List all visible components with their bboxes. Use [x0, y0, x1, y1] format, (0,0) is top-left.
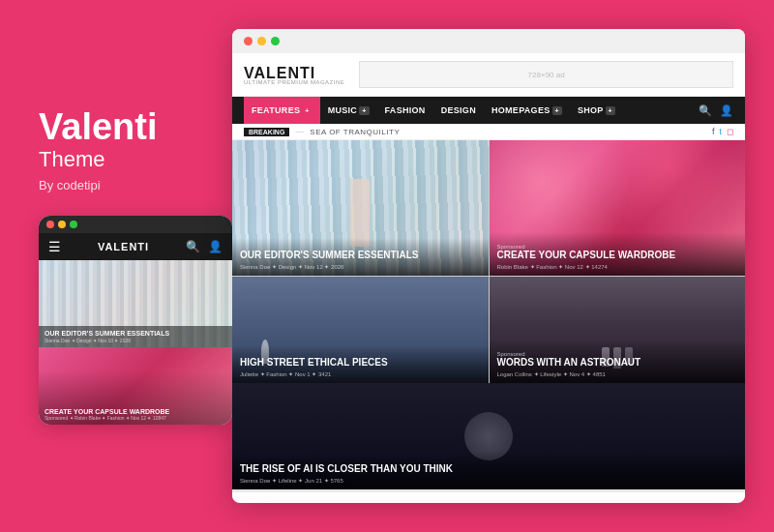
nav-item-features[interactable]: FEATURES+	[244, 97, 320, 124]
latest-music-section: LATEST MUSIC This is an optional categor…	[232, 489, 745, 500]
mobile-hero-meta: Sienna Doe ✦ Design ✦ Nov 10 ✦ 2026	[45, 338, 226, 343]
homepages-plus-badge: +	[552, 106, 562, 115]
grid-item-capsule-wardrobe[interactable]: Sponsored CREATE YOUR CAPSULE WARDROBE R…	[490, 140, 746, 276]
highstreet-caption: HIGH STREET ETHICAL PIECES Juliette ✦ Fa…	[232, 345, 489, 383]
browser-chrome	[232, 29, 745, 53]
nav-icons: 🔍 👤	[699, 104, 733, 117]
mobile-nav-icons: 🔍 👤	[186, 240, 223, 253]
highstreet-meta: Juliette ✦ Fashion ✦ Nov 1 ✦ 3421	[240, 370, 481, 377]
nav-item-design[interactable]: DESIGN	[433, 97, 484, 124]
site-header: VALENTI ULTIMATE PREMIUM MAGAZINE 728×90…	[232, 53, 745, 97]
main-content-grid: OUR EDITOR'S SUMMER ESSENTIALS Sienna Do…	[232, 140, 745, 383]
mobile-hero-image: OUR EDITOR'S SUMMER ESSENTIALS Sienna Do…	[39, 260, 232, 347]
ai-row[interactable]: THE RISE OF AI IS CLOSER THAN YOU THINK …	[232, 383, 745, 489]
theme-subtitle: Theme	[39, 147, 223, 172]
grid-item-editors-summer[interactable]: OUR EDITOR'S SUMMER ESSENTIALS Sienna Do…	[232, 140, 489, 276]
mobile-nav: ☰ VALENTI 🔍 👤	[39, 233, 232, 260]
highstreet-title: HIGH STREET ETHICAL PIECES	[240, 357, 481, 369]
editors-summer-meta: Sienna Doe ✦ Design ✦ Nov 12 ✦ 2026	[240, 263, 481, 270]
grid-item-astronaut[interactable]: Sponsored WORDS WITH AN ASTRONAUT Logan …	[490, 277, 746, 383]
astronaut-meta: Logan Collins ✦ Lifestyle ✦ Nov 4 ✦ 4851	[497, 370, 738, 377]
nav-item-music[interactable]: MUSIC+	[320, 97, 377, 124]
capsule-wardrobe-caption: Sponsored CREATE YOUR CAPSULE WARDROBE R…	[490, 232, 746, 276]
browser-dot-yellow[interactable]	[257, 37, 266, 45]
browser-window: VALENTI ULTIMATE PREMIUM MAGAZINE 728×90…	[232, 29, 745, 503]
ai-title: THE RISE OF AI IS CLOSER THAN YOU THINK	[240, 463, 737, 475]
features-plus-badge: +	[302, 106, 312, 115]
social-facebook-icon[interactable]: f	[712, 127, 715, 136]
social-instagram-icon[interactable]: ◻	[727, 127, 733, 136]
person-silhouette	[350, 179, 370, 247]
theme-author: By codetipi	[39, 178, 223, 192]
ai-caption: THE RISE OF AI IS CLOSER THAN YOU THINK …	[232, 452, 745, 489]
site-nav: FEATURES+ MUSIC+ FASHION DESIGN HOMEPAGE…	[232, 97, 745, 124]
ad-text: 728×90 ad	[528, 71, 565, 79]
browser-content: VALENTI ULTIMATE PREMIUM MAGAZINE 728×90…	[232, 53, 745, 500]
site-logo[interactable]: VALENTI	[244, 65, 315, 81]
mobile-img2-title: CREATE YOUR CAPSULE WARDROBE	[45, 408, 226, 415]
breaking-bar: BREAKING — SEA OF TRANQUILITY f t ◻	[232, 124, 745, 140]
mobile-site-logo: VALENTI	[98, 241, 149, 252]
mobile-img2: CREATE YOUR CAPSULE WARDROBE Sponsored ✦…	[39, 347, 232, 425]
nav-user-icon[interactable]: 👤	[720, 104, 733, 117]
ai-meta: Sienna Doe ✦ Lifeline ✦ Jun 21 ✦ 5765	[240, 477, 737, 484]
mobile-hero-title: OUR EDITOR'S SUMMER ESSENTIALS	[45, 330, 226, 337]
grid-item-highstreet[interactable]: HIGH STREET ETHICAL PIECES Juliette ✦ Fa…	[232, 277, 489, 383]
shop-plus-badge: +	[606, 106, 615, 115]
mobile-top-bar	[39, 216, 232, 233]
breaking-text: SEA OF TRANQUILITY	[310, 128, 400, 136]
mobile-dot-yellow	[58, 221, 66, 228]
editors-summer-caption: OUR EDITOR'S SUMMER ESSENTIALS Sienna Do…	[232, 238, 489, 276]
astronaut-title: WORDS WITH AN ASTRONAUT	[497, 357, 738, 369]
breaking-label: BREAKING	[244, 128, 289, 136]
mobile-hero-caption: OUR EDITOR'S SUMMER ESSENTIALS Sienna Do…	[39, 326, 232, 347]
theme-title: Valenti	[39, 107, 223, 148]
music-plus-badge: +	[359, 106, 369, 115]
mobile-img2-caption: CREATE YOUR CAPSULE WARDROBE Sponsored ✦…	[39, 404, 232, 425]
mobile-img2-meta: Sponsored ✦ Robin Blake ✦ Fashion ✦ Nov …	[45, 415, 226, 421]
mobile-search-icon[interactable]: 🔍	[186, 240, 200, 253]
social-twitter-icon[interactable]: t	[719, 127, 722, 136]
browser-dot-red[interactable]	[244, 37, 253, 45]
ad-banner: 728×90 ad	[359, 61, 733, 88]
site-logo-area: VALENTI ULTIMATE PREMIUM MAGAZINE	[244, 65, 344, 85]
astronaut-caption: Sponsored WORDS WITH AN ASTRONAUT Logan …	[490, 340, 746, 383]
mobile-preview: ☰ VALENTI 🔍 👤 OUR EDITOR'S SUMMER ESSENT…	[39, 216, 232, 425]
left-panel: Valenti Theme By codetipi ☰ VALENTI 🔍 👤 …	[29, 107, 223, 426]
capsule-wardrobe-title: CREATE YOUR CAPSULE WARDROBE	[497, 250, 738, 261]
site-logo-sub: ULTIMATE PREMIUM MAGAZINE	[244, 79, 344, 85]
nav-item-fashion[interactable]: FASHION	[377, 97, 433, 124]
mobile-hamburger-icon[interactable]: ☰	[48, 239, 61, 254]
editors-summer-title: OUR EDITOR'S SUMMER ESSENTIALS	[240, 250, 481, 261]
nav-item-shop[interactable]: SHOP+	[570, 97, 623, 124]
nav-item-homepages[interactable]: HOMEPAGES+	[484, 97, 570, 124]
mobile-dot-red	[46, 221, 54, 228]
mobile-user-icon[interactable]: 👤	[208, 240, 223, 253]
capsule-wardrobe-meta: Robin Blake ✦ Fashion ✦ Nov 12 ✦ 14274	[497, 263, 738, 270]
breaking-sep: —	[295, 127, 304, 136]
nav-search-icon[interactable]: 🔍	[699, 104, 712, 117]
browser-dot-green[interactable]	[271, 37, 280, 45]
mobile-dot-green	[70, 221, 77, 228]
